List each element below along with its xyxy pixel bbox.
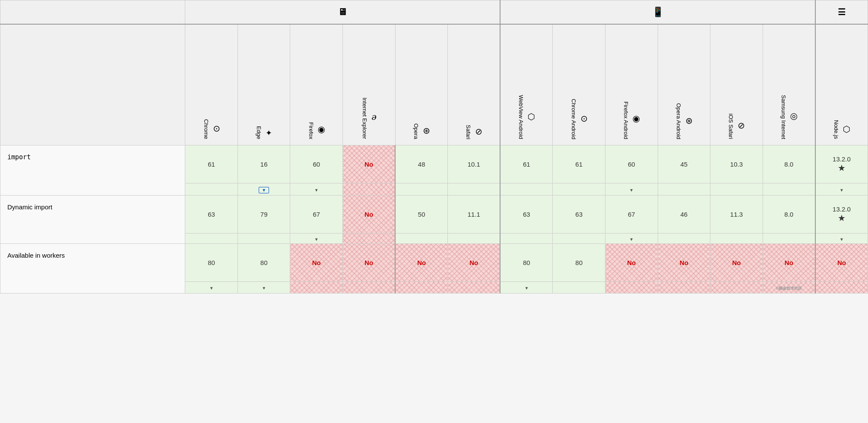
dyn-opera-android: 46 (658, 195, 710, 233)
import-firefox: 60 (290, 145, 343, 183)
edge-dropdown[interactable]: ▼ (259, 187, 269, 193)
dyn-firefox-android-dd: ▼ (605, 233, 658, 243)
mobile-icon: 📱 (652, 6, 664, 17)
workers-chrome-dropdown[interactable]: ▼ (186, 286, 237, 290)
dyn-ios-safari: 11.3 (710, 195, 763, 233)
workers-webview-dropdown[interactable]: ▼ (501, 286, 551, 290)
dyn-nodejs: 13.2.0 ★ (815, 195, 868, 233)
workers-firefox-android: No (605, 243, 658, 281)
workers-safari-dd (448, 281, 501, 293)
dyn-ie-dd (343, 233, 396, 243)
workers-chrome: 80 (185, 243, 238, 281)
server-group-header: ☰ (815, 0, 868, 25)
workers-samsung-dd: ©掘金技术社区 (763, 281, 815, 293)
nodejs-dropdown-import[interactable]: ▼ (817, 188, 867, 193)
dyn-firefox-dd: ▼ (290, 233, 343, 243)
firefox-icon: ◉ (318, 126, 325, 136)
import-ie-dd (343, 183, 396, 195)
ie-icon: ℯ (371, 113, 377, 123)
dyn-chrome-dd (185, 233, 238, 243)
browser-safari-desktop: Safari ⊘ (448, 24, 501, 145)
feature-col-header (0, 24, 185, 145)
import-opera-android-dd (658, 183, 710, 195)
dyn-ios-safari-dd (710, 233, 763, 243)
edge-icon: ✦ (266, 128, 272, 137)
workers-opera-android: No (658, 243, 710, 281)
chrome-android-icon: ⊙ (580, 114, 588, 124)
browser-ie-desktop: Internet Explorer ℯ (343, 24, 396, 145)
group-header-row: 🖥 📱 ☰ (0, 0, 868, 25)
feature-row-dynamic-import: Dynamic import 63 79 67 No 50 11.1 63 63… (0, 195, 868, 233)
import-chrome-android-dd (553, 183, 605, 195)
workers-ios-safari-dd (710, 281, 763, 293)
dyn-chrome-android-dd (553, 233, 605, 243)
workers-edge-dropdown[interactable]: ▼ (239, 286, 289, 290)
nodejs-dropdown-dyn[interactable]: ▼ (817, 237, 867, 242)
workers-edge-dd: ▼ (238, 281, 290, 293)
workers-firefox: No (290, 243, 343, 281)
dyn-firefox-android: 67 (605, 195, 658, 233)
dyn-webview: 63 (500, 195, 553, 233)
feature-row-workers: Available in workers 80 80 No No No No (0, 243, 868, 281)
opera-icon: ⊛ (423, 126, 430, 136)
import-ios-safari-dd (710, 183, 763, 195)
dyn-firefox-android-dropdown[interactable]: ▼ (606, 237, 657, 242)
dyn-safari: 11.1 (448, 195, 501, 233)
dyn-chrome-android: 63 (553, 195, 605, 233)
import-edge-dd: ▼ (238, 183, 290, 195)
import-ie: No (343, 145, 396, 183)
workers-firefox-dd (290, 281, 343, 293)
dyn-nodejs-dd: ▼ (815, 233, 868, 243)
mobile-group-header: 📱 (500, 0, 815, 25)
workers-chrome-dd: ▼ (185, 281, 238, 293)
workers-opera: No (395, 243, 448, 281)
firefox-dropdown[interactable]: ▼ (291, 188, 342, 193)
browser-firefox-desktop: Firefox ◉ (290, 24, 343, 145)
import-chrome-dd (185, 183, 238, 195)
feature-name-import: import (0, 145, 185, 195)
browser-firefox-android: Firefox Android ◉ (605, 24, 658, 145)
dyn-edge: 79 (238, 195, 290, 233)
workers-webview: 80 (500, 243, 553, 281)
import-samsung: 8.0 (763, 145, 815, 183)
import-safari-dd (448, 183, 501, 195)
dyn-chrome: 63 (185, 195, 238, 233)
dyn-opera: 50 (395, 195, 448, 233)
import-samsung-dd (763, 183, 815, 195)
import-nodejs-dd: ▼ (815, 183, 868, 195)
dyn-firefox-dropdown[interactable]: ▼ (291, 237, 342, 242)
workers-chrome-android: 80 (553, 243, 605, 281)
workers-edge: 80 (238, 243, 290, 281)
import-webview-dd (500, 183, 553, 195)
empty-header (0, 0, 185, 25)
firefox-android-dropdown[interactable]: ▼ (606, 188, 657, 193)
workers-firefox-android-dd (605, 281, 658, 293)
workers-nodejs: No (815, 243, 868, 281)
browser-samsung-internet: Samsung Internet ◎ (763, 24, 815, 145)
feature-name-workers: Available in workers (0, 243, 185, 293)
browser-name-row: Chrome ⊙ Edge ✦ Firefox ◉ (0, 24, 868, 145)
import-webview: 61 (500, 145, 553, 183)
import-ios-safari: 10.3 (710, 145, 763, 183)
workers-opera-dd (395, 281, 448, 293)
import-opera-android: 45 (658, 145, 710, 183)
workers-ie-dd (343, 281, 396, 293)
desktop-group-header: 🖥 (185, 0, 501, 25)
browser-edge-desktop: Edge ✦ (238, 24, 290, 145)
browser-webview-android: WebView Android ⬡ (500, 24, 553, 145)
workers-webview-dd: ▼ (500, 281, 553, 293)
browser-ios-safari: iOS Safari ⊘ (710, 24, 763, 145)
dyn-webview-dd (500, 233, 553, 243)
browser-opera-desktop: Opera ⊛ (395, 24, 448, 145)
nodejs-icon: ⬡ (843, 124, 850, 135)
import-chrome: 61 (185, 145, 238, 183)
dyn-safari-dd (448, 233, 501, 243)
workers-chrome-android-dd (553, 281, 605, 293)
browser-chrome-android: Chrome Android ⊙ (553, 24, 605, 145)
ios-safari-icon: ⊘ (738, 121, 745, 132)
compatibility-table: 🖥 📱 ☰ Chrome ⊙ (0, 0, 868, 294)
chrome-icon: ⊙ (213, 124, 220, 134)
webview-icon: ⬡ (528, 112, 535, 122)
dyn-opera-android-dd (658, 233, 710, 243)
dyn-edge-dd (238, 233, 290, 243)
